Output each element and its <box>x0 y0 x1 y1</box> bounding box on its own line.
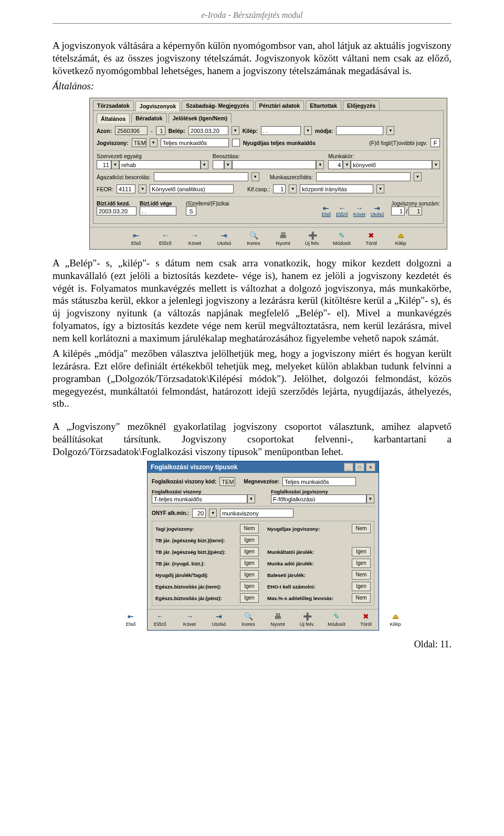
munkakor-num-field[interactable]: 4 <box>328 160 343 169</box>
label-agazatkozi: Ágazatközi besorolás: <box>97 174 151 180</box>
toolbar-trl-button[interactable]: ✖Töröl <box>354 613 377 627</box>
toolbar-utols-button[interactable]: ⇥Utolsó <box>207 613 230 627</box>
toolbar-trl-button[interactable]: ✖Töröl <box>360 232 383 246</box>
kifcsop-dropdown2-icon[interactable]: ▼ <box>376 184 384 193</box>
yn-value[interactable]: Igen <box>352 559 371 568</box>
munkakor-dropdown-icon[interactable]: ▼ <box>343 160 351 169</box>
nyugdijas-checkbox[interactable] <box>232 139 240 147</box>
kilep-dropdown-icon[interactable]: ▼ <box>304 126 312 135</box>
agazatkozi-dropdown-icon[interactable]: ▼ <box>251 172 259 181</box>
beosztas-text-field[interactable] <box>232 160 317 169</box>
onyf-dropdown-icon[interactable]: ▼ <box>209 509 217 518</box>
toolbar-jfelv-button[interactable]: ➕Új felv. <box>301 232 324 246</box>
nav-prev-button[interactable]: ←Előző <box>336 204 348 217</box>
belep-dropdown-icon[interactable]: ▼ <box>232 126 239 135</box>
kifcsop-num-field[interactable]: 1 <box>273 184 286 193</box>
close-button[interactable]: × <box>366 463 375 471</box>
maximize-button[interactable]: □ <box>355 463 364 471</box>
tab-torzsadatok[interactable]: Törzsadatok <box>93 100 134 110</box>
subtab-altalanos[interactable]: Általános <box>97 113 130 123</box>
yn-value[interactable]: Igen <box>352 582 371 591</box>
yn-value[interactable]: Igen <box>240 570 259 580</box>
azon-sub-field[interactable]: 1 <box>156 126 165 135</box>
nav-last-button[interactable]: ⇥Utolsó <box>371 204 384 217</box>
toolbar-utols-button[interactable]: ⇥Utolsó <box>213 232 236 246</box>
modja-field[interactable] <box>336 126 383 135</box>
dlg-megnevezes-field[interactable]: Teljes munkaidős <box>282 477 356 486</box>
nav-next-button[interactable]: →Követ <box>353 204 365 217</box>
biztido-kezd-field[interactable]: 2003.03.20 <box>97 207 136 215</box>
beosztas-dropdown-icon[interactable]: ▼ <box>224 160 232 169</box>
yn-value[interactable]: Igen <box>240 559 259 568</box>
toolbar-keres-button[interactable]: 🔍Keres <box>242 232 265 246</box>
jogv-sorszam-field[interactable]: 1 <box>391 207 405 215</box>
tab-eltartottak[interactable]: Eltartottak <box>306 100 341 110</box>
toolbar-nyomt-button[interactable]: 🖶Nyomt <box>266 613 289 627</box>
onyf-num-field[interactable]: 20 <box>192 509 206 518</box>
toolbar-elz-button[interactable]: ←Előző <box>154 232 177 246</box>
nav-first-button[interactable]: ⇤Első <box>322 204 331 217</box>
dlg-fj-field[interactable]: F-főfoglalkozású <box>271 494 366 503</box>
biztido-vege-field[interactable]: . . <box>140 207 176 215</box>
tab-penztari[interactable]: Pénztári adatok <box>255 100 304 110</box>
feor-num-field[interactable]: 4111 <box>117 184 135 193</box>
toolbar-kilp-button[interactable]: ⏏Kilép <box>389 232 412 246</box>
yn-value[interactable]: Igen <box>240 535 259 545</box>
toolbar-nyomt-button[interactable]: 🖶Nyomt <box>271 232 295 246</box>
feor-text-field[interactable]: Könyvelő (analitikus) <box>150 184 234 193</box>
onyf-text-field[interactable]: munkaviszony <box>220 509 293 518</box>
belep-field[interactable]: 2003.03.20 <box>188 126 228 135</box>
label-jogviszony: Jogviszony: <box>97 140 129 146</box>
tab-jogviszonyok[interactable]: Jogviszonyok <box>135 101 180 111</box>
toolbar-kilp-button[interactable]: ⏏Kilép <box>384 613 407 627</box>
azon-field[interactable]: 2560306 <box>115 126 148 135</box>
toolbar-els-button[interactable]: ⇤Első <box>119 613 142 627</box>
szervezeti-num-field[interactable]: 11 <box>97 160 111 169</box>
munkakor-text-field[interactable]: könyvelő <box>351 160 432 169</box>
subtab-jelolesek[interactable]: Jelölések (Igen/Nem) <box>169 113 232 123</box>
agazatkozi-field[interactable] <box>154 172 248 181</box>
yn-value[interactable]: Igen <box>352 547 371 556</box>
kifcsop-text-field[interactable]: központi irányítás <box>300 184 373 193</box>
toolbar-jfelv-button[interactable]: ➕Új felv. <box>296 613 319 627</box>
munkakor-dropdown2-icon[interactable]: ▼ <box>432 160 440 169</box>
toolbar-els-button[interactable]: ⇤Első <box>124 232 148 246</box>
jogviszony-dropdown-icon[interactable]: ▼ <box>150 138 158 147</box>
ff-field[interactable]: F <box>430 138 440 147</box>
kilep-field[interactable]: . . <box>261 126 301 135</box>
dlg-fj-dropdown-icon[interactable]: ▼ <box>366 494 374 503</box>
szervezeti-dropdown-icon[interactable]: ▼ <box>111 160 119 169</box>
beosztas-num-field[interactable] <box>213 160 224 169</box>
toolbar-kvet-button[interactable]: →Követ <box>178 613 201 627</box>
tab-szabadsag[interactable]: Szabadság- Megjegyzés <box>182 100 253 110</box>
yn-value[interactable]: Nem <box>240 524 259 533</box>
toolbar-label: Első <box>131 240 141 246</box>
yn-value[interactable]: Igen <box>240 582 259 591</box>
szervezeti-dropdown2-icon[interactable]: ▼ <box>201 160 208 169</box>
yn-value[interactable]: Igen <box>240 547 259 556</box>
toolbar-mdost-button[interactable]: ✎Módosít <box>325 613 348 627</box>
beosztas-dropdown2-icon[interactable]: ▼ <box>316 160 324 169</box>
jogviszony-code-field[interactable]: TEM <box>132 138 146 147</box>
szervezeti-text-field[interactable]: rehab <box>119 160 201 169</box>
yn-value[interactable]: Nem <box>352 524 371 533</box>
toolbar-mdost-button[interactable]: ✎Módosít <box>330 232 353 246</box>
munkaszerzodes-dropdown-icon[interactable]: ▼ <box>414 172 422 181</box>
dlg-kod-field[interactable]: TEM <box>219 477 235 486</box>
dlg-fv-field[interactable]: T-teljes munkaidős <box>152 494 247 503</box>
munkaszerzodes-field[interactable] <box>316 172 411 181</box>
subtab-beradatok[interactable]: Béradatok <box>131 113 166 123</box>
toolbar-kvet-button[interactable]: →Követ <box>183 232 206 246</box>
kifcsop-dropdown-icon[interactable]: ▼ <box>289 184 297 193</box>
yn-value[interactable]: Nem <box>352 570 371 580</box>
modja-dropdown-icon[interactable]: ▼ <box>386 126 394 135</box>
yn-value[interactable]: Nem <box>352 593 371 603</box>
toolbar-elz-button[interactable]: ←Előző <box>149 613 172 627</box>
toolbar-keres-button[interactable]: 🔍Keres <box>237 613 260 627</box>
minimize-button[interactable]: _ <box>344 463 353 471</box>
sf-field[interactable]: S <box>186 207 196 215</box>
dlg-fv-dropdown-icon[interactable]: ▼ <box>247 494 255 503</box>
tab-elojegyzes[interactable]: Előjegyzés <box>343 100 380 110</box>
feor-dropdown-icon[interactable]: ▼ <box>139 184 146 193</box>
yn-value[interactable]: Igen <box>240 593 259 603</box>
